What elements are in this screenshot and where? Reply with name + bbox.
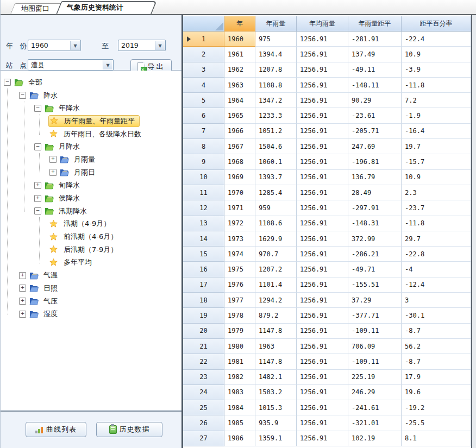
table-cell[interactable]: -22.4 bbox=[402, 31, 471, 47]
tree-item[interactable]: +湿度 bbox=[1, 307, 181, 320]
row-header[interactable]: 9 bbox=[183, 154, 224, 169]
tree-item[interactable]: 前汛期（4-6月） bbox=[1, 230, 181, 243]
table-cell[interactable]: 8.1 bbox=[402, 431, 471, 446]
table-cell[interactable]: 1256.91 bbox=[297, 216, 348, 231]
table-cell[interactable]: 10.9 bbox=[402, 47, 471, 62]
expand-icon[interactable]: + bbox=[19, 298, 26, 305]
table-cell[interactable]: -3.9 bbox=[402, 62, 471, 78]
tree-item[interactable]: −降水 bbox=[1, 89, 181, 102]
row-header[interactable]: 23 bbox=[183, 370, 224, 385]
chevron-down-icon[interactable]: ▼ bbox=[155, 41, 165, 50]
table-cell[interactable]: 19.6 bbox=[402, 385, 471, 400]
table-cell[interactable]: -8.7 bbox=[402, 324, 471, 339]
table-cell[interactable]: 1981 bbox=[224, 354, 255, 369]
table-cell[interactable]: 1256.91 bbox=[297, 124, 348, 139]
table-cell[interactable]: 1256.91 bbox=[297, 370, 348, 385]
table-cell[interactable]: 1963 bbox=[255, 339, 297, 354]
table-cell[interactable]: -19.2 bbox=[402, 400, 471, 415]
table-cell[interactable]: 10.9 bbox=[402, 170, 471, 185]
table-cell[interactable]: 19.7 bbox=[402, 139, 471, 154]
expand-icon[interactable]: + bbox=[19, 285, 26, 292]
table-cell[interactable]: 1256.91 bbox=[297, 431, 348, 446]
row-header[interactable]: 1 bbox=[183, 31, 224, 47]
table-cell[interactable]: 1503.2 bbox=[255, 385, 297, 400]
table-cell[interactable]: 1147.8 bbox=[255, 354, 297, 369]
table-cell[interactable]: 1965 bbox=[224, 108, 255, 123]
table-cell[interactable]: 1256.91 bbox=[297, 354, 348, 369]
table-cell[interactable]: -4 bbox=[402, 262, 471, 277]
table-cell[interactable]: 1960 bbox=[224, 31, 255, 47]
table-cell[interactable]: 1978 bbox=[224, 308, 255, 323]
table-cell[interactable]: 1970 bbox=[224, 185, 255, 200]
table-cell[interactable]: 1966 bbox=[224, 124, 255, 139]
table-cell[interactable]: 2.3 bbox=[402, 185, 471, 200]
station-combo[interactable]: 澧县 ▼ bbox=[28, 59, 114, 71]
row-header[interactable]: 15 bbox=[183, 247, 224, 262]
tree-item[interactable]: 后汛期（7-9月） bbox=[1, 243, 181, 256]
table-cell[interactable]: 1207.8 bbox=[255, 62, 297, 78]
collapse-icon[interactable]: − bbox=[34, 207, 41, 214]
table-cell[interactable]: -148.31 bbox=[348, 216, 402, 231]
table-cell[interactable]: -286.21 bbox=[348, 247, 402, 262]
table-cell[interactable]: 28.49 bbox=[348, 185, 402, 200]
table-cell[interactable]: 29.7 bbox=[402, 231, 471, 247]
table-cell[interactable]: 1961 bbox=[224, 47, 255, 62]
table-cell[interactable]: 37.29 bbox=[348, 293, 402, 308]
table-cell[interactable]: -23.7 bbox=[402, 200, 471, 216]
tree-item[interactable]: −汛期降水 bbox=[1, 205, 181, 218]
table-cell[interactable]: 1256.91 bbox=[297, 154, 348, 169]
table-cell[interactable]: 1256.91 bbox=[297, 47, 348, 62]
table-cell[interactable]: 1986 bbox=[224, 431, 255, 446]
table-cell[interactable]: -49.11 bbox=[348, 62, 402, 78]
table-cell[interactable]: -25.5 bbox=[402, 415, 471, 431]
tree-item[interactable]: +气压 bbox=[1, 295, 181, 308]
table-cell[interactable]: 1985 bbox=[224, 415, 255, 431]
table-cell[interactable]: 1256.91 bbox=[297, 308, 348, 323]
table-cell[interactable]: 1256.91 bbox=[297, 339, 348, 354]
table-cell[interactable]: 1973 bbox=[224, 231, 255, 247]
table-cell[interactable]: 1256.91 bbox=[297, 293, 348, 308]
row-header[interactable]: 16 bbox=[183, 262, 224, 277]
row-header[interactable]: 7 bbox=[183, 124, 224, 139]
table-cell[interactable]: 1971 bbox=[224, 200, 255, 216]
row-header[interactable]: 19 bbox=[183, 308, 224, 323]
table-cell[interactable]: 137.49 bbox=[348, 47, 402, 62]
table-cell[interactable]: -377.71 bbox=[348, 308, 402, 323]
table-cell[interactable]: 1347.2 bbox=[255, 93, 297, 108]
expand-icon[interactable]: + bbox=[34, 195, 41, 202]
table-cell[interactable]: 1968 bbox=[224, 154, 255, 169]
row-header[interactable]: 6 bbox=[183, 108, 224, 123]
table-cell[interactable]: 1256.91 bbox=[297, 78, 348, 93]
row-header[interactable]: 14 bbox=[183, 231, 224, 247]
tree-item[interactable]: 多年平均 bbox=[1, 256, 181, 269]
table-cell[interactable]: 1977 bbox=[224, 293, 255, 308]
table-cell[interactable]: 1256.91 bbox=[297, 400, 348, 415]
table-cell[interactable]: -297.91 bbox=[348, 200, 402, 216]
tree-item[interactable]: 历年雨日、各级降水日数 bbox=[1, 128, 181, 141]
table-cell[interactable]: 975 bbox=[255, 31, 297, 47]
tree-item[interactable]: 历年雨量、年雨量距平 bbox=[1, 115, 181, 128]
table-cell[interactable]: 970.7 bbox=[255, 247, 297, 262]
table-cell[interactable]: -148.11 bbox=[348, 78, 402, 93]
table-cell[interactable]: -11.8 bbox=[402, 216, 471, 231]
table-cell[interactable]: -109.11 bbox=[348, 354, 402, 369]
table-cell[interactable]: 102.19 bbox=[348, 431, 402, 446]
table-cell[interactable]: 1256.91 bbox=[297, 185, 348, 200]
table-cell[interactable]: -30.1 bbox=[402, 308, 471, 323]
year-to-combo[interactable]: 2019 ▼ bbox=[118, 40, 166, 51]
table-cell[interactable]: 1504.6 bbox=[255, 139, 297, 154]
column-header[interactable]: 距平百分率 bbox=[402, 16, 471, 31]
row-header[interactable]: 25 bbox=[183, 400, 224, 415]
column-header[interactable]: 年雨量距平 bbox=[348, 16, 402, 31]
table-cell[interactable]: -109.11 bbox=[348, 324, 402, 339]
row-header[interactable]: 3 bbox=[183, 62, 224, 78]
table-cell[interactable]: -196.81 bbox=[348, 154, 402, 169]
tree-item[interactable]: −年降水 bbox=[1, 102, 181, 115]
expand-icon[interactable]: + bbox=[49, 156, 57, 163]
tree-item[interactable]: +月雨日 bbox=[1, 166, 181, 179]
table-cell[interactable]: 1256.91 bbox=[297, 139, 348, 154]
table-cell[interactable]: 1482.1 bbox=[255, 370, 297, 385]
table-cell[interactable]: 1980 bbox=[224, 339, 255, 354]
table-cell[interactable]: 1256.91 bbox=[297, 31, 348, 47]
row-header[interactable]: 27 bbox=[183, 431, 224, 446]
